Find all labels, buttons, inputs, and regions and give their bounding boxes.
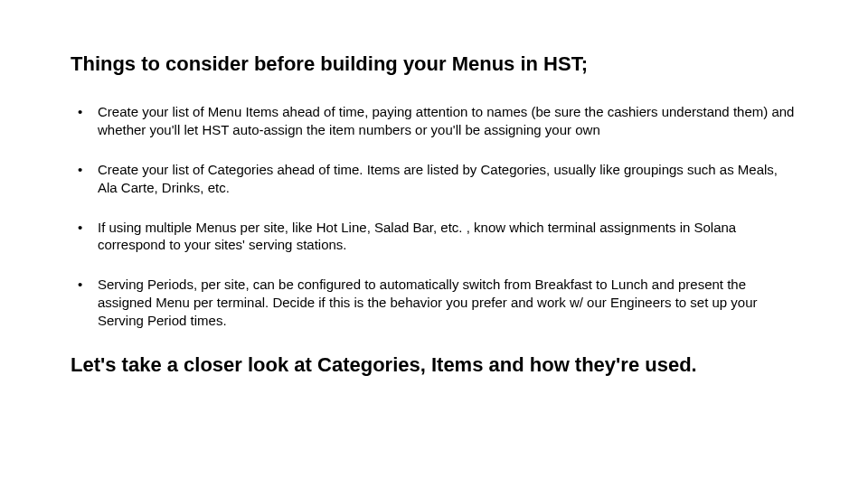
slide: Things to consider before building your … — [0, 0, 868, 488]
list-item: Create your list of Categories ahead of … — [71, 161, 797, 197]
list-item: If using multiple Menus per site, like H… — [71, 219, 797, 255]
list-item: Serving Periods, per site, can be config… — [71, 276, 797, 329]
bullet-list: Create your list of Menu Items ahead of … — [71, 103, 797, 329]
closing-line: Let's take a closer look at Categories, … — [71, 353, 797, 377]
list-item: Create your list of Menu Items ahead of … — [71, 103, 797, 139]
slide-title: Things to consider before building your … — [71, 52, 797, 76]
